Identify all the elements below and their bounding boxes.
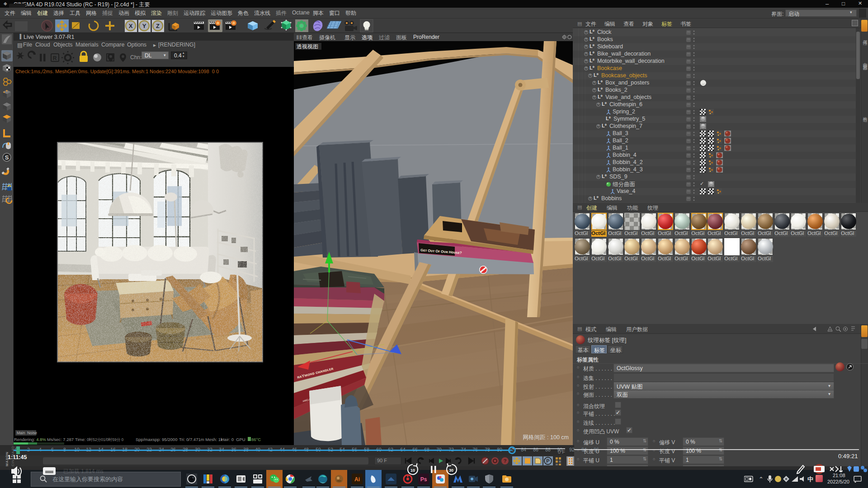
svg-text:Ps: Ps [420,476,427,483]
svg-text:S: S [5,154,9,161]
svg-text:R: R [53,55,57,61]
svg-text:P: P [546,458,549,464]
svg-text:Ai: Ai [354,476,360,483]
svg-text:10: 10 [410,468,415,473]
svg-text:透视视图: 透视视图 [297,43,318,50]
svg-text:网格间距 : 100 cm: 网格间距 : 100 cm [523,434,569,441]
svg-text:30: 30 [449,468,453,473]
svg-text:X: X [129,23,133,29]
svg-text:?: ? [504,458,507,464]
svg-text:Y: Y [142,23,146,29]
svg-text:Z: Z [156,23,160,29]
